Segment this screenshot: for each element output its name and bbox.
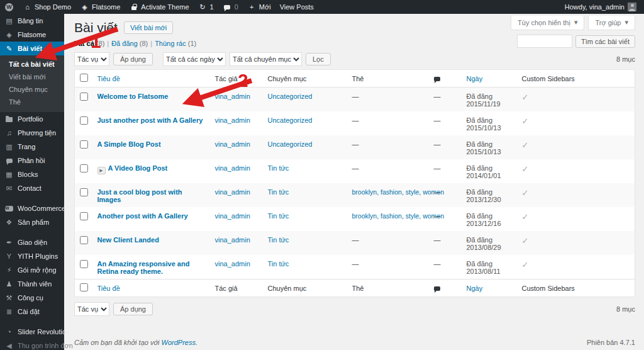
sidebar-item-tools[interactable]: ⚒Công cụ (0, 291, 64, 305)
sidebar-item-portfolio[interactable]: Portfolio (0, 112, 64, 126)
date-filter-select[interactable]: Tất cả các ngày (163, 52, 226, 66)
author-link[interactable]: vina_admin (215, 188, 250, 196)
post-title-link[interactable]: Just another post with A Gallery (97, 116, 203, 124)
screen-options-button[interactable]: Tùy chọn hiển thị ▾ (511, 16, 584, 30)
admin-bar-flatsome[interactable]: ◈Flatsome (75, 0, 125, 14)
sidebar-item-plugins[interactable]: ⚡Gói mở rộng (0, 263, 64, 277)
admin-bar-updates[interactable]: ↻1 (194, 0, 218, 14)
admin-bar-new-content[interactable]: +Mới (243, 0, 275, 14)
sidebar-subitem-tags[interactable]: Thẻ (0, 96, 64, 108)
wordpress-logo-icon: W (4, 3, 14, 11)
admin-bar-site-name[interactable]: ⌂Shop Demo (18, 0, 75, 14)
post-title-link[interactable]: Another post with A Gallery (97, 212, 188, 220)
sidebar-item-appearance[interactable]: ✒Giao diện (0, 235, 64, 249)
category-link[interactable]: Uncategorized (268, 140, 313, 148)
admin-bar-account[interactable]: Howdy, vina_admin (565, 3, 644, 11)
sidebar-item-pages[interactable]: ▥Trang (0, 140, 64, 154)
admin-bar-activate-theme[interactable]: Activate Theme (125, 0, 193, 14)
view-published[interactable]: Đã đăng (8) (111, 40, 148, 47)
author-link[interactable]: vina_admin (215, 260, 250, 268)
author-link[interactable]: vina_admin (215, 116, 250, 124)
table-foot-column-date[interactable]: Ngày (462, 279, 517, 297)
category-link[interactable]: Tin tức (268, 212, 289, 220)
category-link[interactable]: Tin tức (268, 164, 289, 172)
table-head-column-date[interactable]: Ngày (462, 70, 517, 88)
table-head-column-title[interactable]: Tiêu đề (92, 70, 210, 88)
category-link[interactable]: Tin tức (268, 260, 289, 268)
sidebar-item-users[interactable]: ♟Thành viên (0, 277, 64, 291)
no-comments-dash: — (434, 188, 441, 196)
post-title-link[interactable]: An Amazing responsive and Retina ready t… (97, 260, 190, 275)
row-checkbox[interactable] (80, 188, 88, 196)
sidebar-item-contact[interactable]: ✉Contact (0, 181, 64, 195)
sidebar-item-slider-revolution[interactable]: ◔Slider Revolution (0, 325, 64, 339)
sidebar-item-media[interactable]: ♫Phương tiện (0, 126, 64, 140)
sidebar-subitem-categories[interactable]: Chuyên mục (0, 83, 64, 96)
bulk-action-select[interactable]: Tác vụ (74, 52, 109, 66)
apply-button-bottom[interactable]: Áp dụng (113, 303, 153, 315)
sidebar-subitem-all-posts[interactable]: Tất cả bài viết (0, 58, 64, 71)
sidebar-item-label: Giao diện (18, 239, 47, 246)
row-checkbox[interactable] (80, 236, 88, 244)
post-title-link[interactable]: A Video Blog Post (108, 164, 168, 172)
post-title-link[interactable]: Welcome to Flatsome (97, 93, 169, 100)
post-title-link[interactable]: A Simple Blog Post (97, 140, 161, 148)
author-link[interactable]: vina_admin (215, 164, 250, 172)
view-trash[interactable]: Thùng rác (1) (155, 40, 196, 47)
category-filter-select[interactable]: Tất cả chuyên mục (230, 52, 302, 66)
sidebar-item-posts[interactable]: ✎Bài viết (0, 42, 64, 55)
no-tags-dash: — (352, 260, 359, 268)
filter-button[interactable]: Lọc (306, 53, 331, 65)
sidebar-item-comments[interactable]: Phản hồi (0, 154, 64, 167)
sidebar-item-label: Bảng tin (18, 17, 43, 25)
sidebar-subitem-add-new[interactable]: Viết bài mới (0, 71, 64, 83)
search-posts-button[interactable]: Tìm các bài viết (575, 35, 635, 48)
comments-icon (4, 159, 14, 163)
row-checkbox[interactable] (80, 140, 88, 149)
table-foot-column-title[interactable]: Tiêu đề (92, 279, 210, 297)
category-link[interactable]: Tin tức (268, 236, 289, 244)
row-checkbox[interactable] (80, 260, 88, 268)
sidebar-item-woocommerce[interactable]: WWooCommerce (0, 201, 64, 215)
no-tags-dash: — (352, 164, 359, 172)
sidebar-item-products[interactable]: ❖Sản phẩm (0, 215, 64, 229)
category-link[interactable]: Uncategorized (268, 93, 313, 100)
row-checkbox[interactable] (80, 212, 88, 220)
author-link[interactable]: vina_admin (215, 140, 250, 148)
row-custom-sidebars-cell: ✓ (517, 159, 635, 183)
add-new-post-button[interactable]: Viết bài mới (124, 21, 173, 34)
sidebar-item-yith-plugins[interactable]: YYITH Plugins (0, 249, 64, 263)
sidebar-item-label: Thành viên (18, 280, 52, 288)
category-link[interactable]: Tin tức (268, 188, 289, 196)
admin-bar-wp-logo[interactable]: W (0, 0, 18, 14)
author-link[interactable]: vina_admin (215, 236, 250, 244)
view-all[interactable]: Tất cả (8) (74, 40, 104, 47)
author-link[interactable]: vina_admin (215, 93, 250, 100)
row-checkbox[interactable] (80, 164, 88, 172)
select-all-checkbox[interactable] (80, 74, 88, 82)
search-input[interactable] (517, 35, 572, 48)
admin-bar-view-posts[interactable]: View Posts (275, 0, 318, 14)
row-checkbox[interactable] (80, 93, 88, 101)
tags-link[interactable]: brooklyn, fashion, style, women (352, 188, 445, 196)
bulk-action-select-bottom[interactable]: Tác vụ (74, 302, 109, 316)
post-title-link[interactable]: Just a cool blog post with Images (97, 188, 182, 203)
sidebar-item-dashboard[interactable]: ▤Bảng tin (0, 14, 64, 28)
no-comments-dash: — (434, 164, 441, 172)
sidebar-item-blocks[interactable]: ▦Blocks (0, 167, 64, 181)
admin-bar-comments[interactable]: 0 (218, 0, 243, 14)
wordpress-link[interactable]: WordPress (162, 339, 196, 346)
help-button[interactable]: Trợ giúp ▾ (588, 16, 635, 30)
sidebar-item-flatsome[interactable]: ◈Flatsome (0, 28, 64, 42)
row-select-cell (75, 207, 92, 231)
sidebar-item-settings[interactable]: ≣Cài đặt (0, 305, 64, 319)
apply-button[interactable]: Áp dụng (113, 53, 153, 65)
author-link[interactable]: vina_admin (215, 212, 250, 220)
post-title-link[interactable]: New Client Landed (97, 236, 159, 244)
category-link[interactable]: Uncategorized (268, 116, 313, 124)
tags-link[interactable]: brooklyn, fashion, style, women (352, 212, 445, 220)
sidebar-item-collapse-menu[interactable]: ◀Thu gọn trình đơn (0, 339, 64, 350)
select-all-checkbox[interactable] (80, 283, 88, 291)
row-checkbox[interactable] (80, 116, 88, 125)
screen-meta: Tùy chọn hiển thị ▾ Trợ giúp ▾ (511, 16, 635, 30)
